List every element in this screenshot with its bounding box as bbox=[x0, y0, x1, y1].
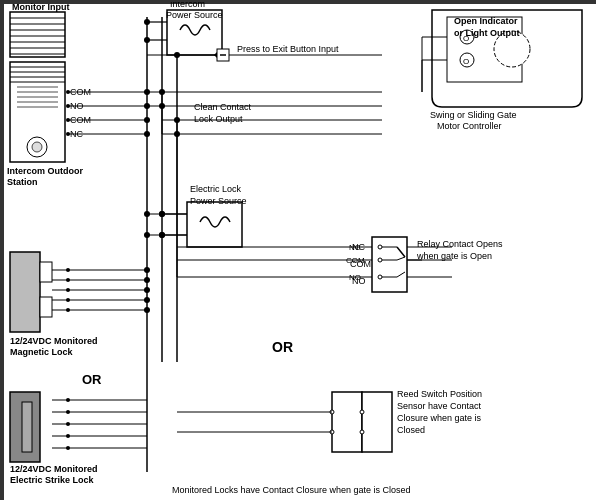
svg-text:Intercom Outdoor: Intercom Outdoor bbox=[7, 166, 83, 176]
svg-point-122 bbox=[360, 430, 364, 434]
svg-rect-60 bbox=[372, 237, 407, 292]
svg-text:Lock Output: Lock Output bbox=[194, 114, 243, 124]
svg-text:Relay Contact Opens: Relay Contact Opens bbox=[417, 239, 503, 249]
svg-point-63 bbox=[378, 275, 382, 279]
svg-point-46 bbox=[144, 117, 150, 123]
svg-text:Open Indicator: Open Indicator bbox=[454, 16, 518, 26]
svg-text:OR: OR bbox=[82, 372, 102, 387]
svg-text:Reed Switch Position: Reed Switch Position bbox=[397, 389, 482, 399]
svg-text:Sensor have Contact: Sensor have Contact bbox=[397, 401, 482, 411]
svg-text:Station: Station bbox=[7, 177, 38, 187]
svg-text:Magnetic Lock: Magnetic Lock bbox=[10, 347, 74, 357]
svg-point-168 bbox=[174, 52, 180, 58]
svg-text:NO: NO bbox=[349, 273, 361, 282]
svg-point-12 bbox=[32, 142, 42, 152]
svg-rect-13 bbox=[10, 12, 65, 57]
svg-point-102 bbox=[144, 287, 150, 293]
svg-text:Monitored Locks have Contact C: Monitored Locks have Contact Closure whe… bbox=[172, 485, 411, 495]
svg-text:Press to Exit Button Input: Press to Exit Button Input bbox=[237, 44, 339, 54]
svg-text:or Light Output: or Light Output bbox=[454, 28, 519, 38]
svg-text:COM: COM bbox=[346, 256, 365, 265]
svg-rect-117 bbox=[332, 392, 362, 452]
svg-point-100 bbox=[144, 267, 150, 273]
svg-point-47 bbox=[144, 131, 150, 137]
svg-point-104 bbox=[144, 307, 150, 313]
svg-text:Closure when gate is: Closure when gate is bbox=[397, 413, 482, 423]
svg-point-121 bbox=[360, 410, 364, 414]
svg-rect-52 bbox=[187, 202, 242, 247]
svg-text:OR: OR bbox=[272, 339, 293, 355]
svg-point-62 bbox=[378, 258, 382, 262]
svg-text:when gate is Open: when gate is Open bbox=[416, 251, 492, 261]
svg-text:12/24VDC Monitored: 12/24VDC Monitored bbox=[10, 336, 98, 346]
svg-rect-87 bbox=[10, 252, 40, 332]
svg-text:Intercom: Intercom bbox=[170, 2, 205, 9]
svg-text:Closed: Closed bbox=[397, 425, 425, 435]
svg-point-101 bbox=[144, 277, 150, 283]
svg-text:Electric Strike Lock: Electric Strike Lock bbox=[10, 475, 95, 485]
svg-point-103 bbox=[144, 297, 150, 303]
svg-text:O: O bbox=[463, 57, 469, 66]
svg-text:Electric Lock: Electric Lock bbox=[190, 184, 242, 194]
wiring-diagram: COM NO COM NC bbox=[0, 0, 596, 500]
svg-text:Clean Contact: Clean Contact bbox=[194, 102, 252, 112]
svg-text:Power Source: Power Source bbox=[166, 10, 223, 20]
svg-text:NC: NC bbox=[349, 243, 361, 252]
svg-text:12/24VDC Monitored: 12/24VDC Monitored bbox=[10, 464, 98, 474]
svg-rect-88 bbox=[40, 262, 52, 282]
svg-rect-106 bbox=[22, 402, 32, 452]
svg-rect-89 bbox=[40, 297, 52, 317]
svg-text:Monitor Input: Monitor Input bbox=[12, 2, 69, 12]
svg-text:Swing or Sliding Gate: Swing or Sliding Gate bbox=[430, 110, 517, 120]
svg-text:Motor Controller: Motor Controller bbox=[437, 121, 502, 131]
svg-point-61 bbox=[378, 245, 382, 249]
svg-rect-118 bbox=[362, 392, 392, 452]
svg-text:Power Source: Power Source bbox=[190, 196, 247, 206]
